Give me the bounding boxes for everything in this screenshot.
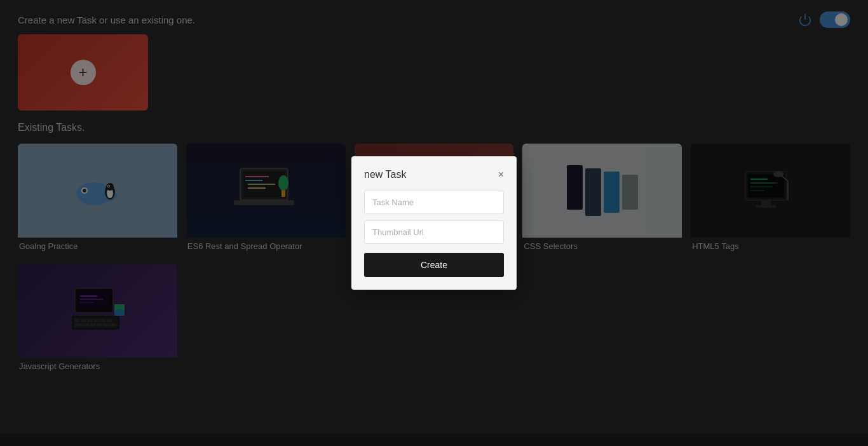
modal-close-button[interactable]: × [498, 170, 504, 180]
modal-overlay: new Task × Create [0, 0, 868, 446]
modal-title: new Task [364, 169, 406, 180]
thumbnail-url-input[interactable] [364, 220, 504, 244]
modal-header: new Task × [364, 169, 504, 180]
new-task-modal: new Task × Create [351, 156, 517, 290]
task-name-input[interactable] [364, 191, 504, 214]
create-task-button[interactable]: Create [364, 253, 504, 277]
